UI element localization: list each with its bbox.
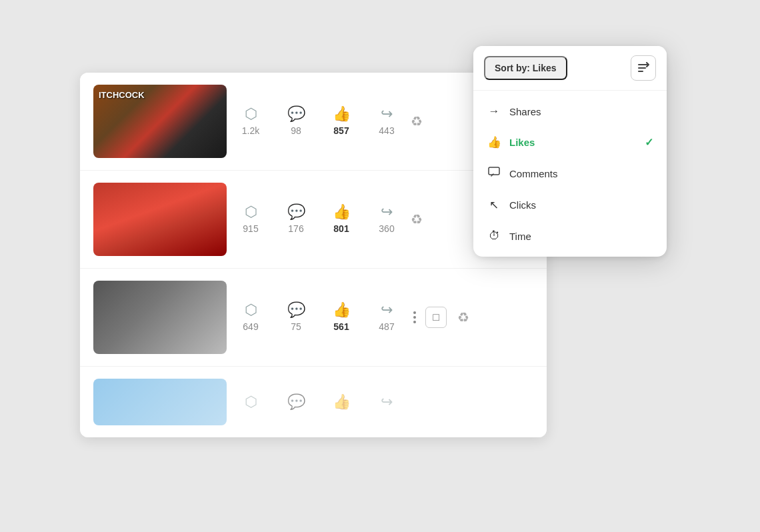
- list-row: ⬡ 649 💬 75 👍 561 ↪ 487: [80, 269, 547, 367]
- likes-icon: 👍: [333, 303, 351, 317]
- shares-menu-icon: →: [487, 105, 501, 118]
- comments-value: 75: [291, 321, 301, 332]
- likes-value: 561: [333, 321, 349, 332]
- stat-clicks: ⬡ 649: [237, 303, 264, 332]
- comments-menu-label: Comments: [509, 168, 653, 179]
- comments-icon: 💬: [287, 395, 305, 409]
- shares-value: 487: [379, 321, 394, 332]
- shares-icon: ↪: [381, 205, 393, 219]
- time-menu-label: Time: [509, 231, 653, 242]
- stat-shares: ↪ 443: [373, 107, 400, 136]
- clicks-menu-label: Clicks: [509, 199, 653, 211]
- thumbnail: ITCHCOCK: [93, 85, 227, 158]
- stat-clicks: ⬡: [237, 395, 264, 409]
- menu-item-comments[interactable]: Comments: [473, 158, 667, 189]
- comments-icon: 💬: [287, 205, 305, 219]
- menu-item-likes[interactable]: 👍 Likes ✓: [473, 127, 667, 158]
- clicks-icon: ⬡: [245, 107, 257, 121]
- clicks-value: 915: [243, 223, 258, 234]
- thumbnail: [93, 281, 227, 354]
- svg-rect-3: [489, 167, 499, 175]
- recycle-icon[interactable]: ♻: [457, 309, 469, 325]
- comments-icon: 💬: [287, 107, 305, 121]
- recycle-icon[interactable]: ♻: [411, 113, 423, 129]
- stat-shares: ↪: [373, 395, 400, 409]
- comments-value: 98: [291, 125, 301, 136]
- stat-comments: 💬 176: [283, 205, 309, 234]
- clicks-menu-icon: ↖: [487, 198, 501, 212]
- comments-value: 176: [288, 223, 303, 234]
- check-icon: ✓: [645, 136, 653, 149]
- likes-value: 801: [333, 223, 349, 234]
- thumb-title: ITCHCOCK: [99, 90, 145, 100]
- sort-order-button[interactable]: [631, 55, 656, 81]
- stat-comments: 💬 98: [283, 107, 309, 136]
- dropdown-menu: → Shares 👍 Likes ✓ Comments: [473, 91, 667, 257]
- stat-clicks: ⬡ 915: [237, 205, 264, 234]
- stat-likes: 👍 561: [328, 303, 355, 332]
- recycle-icon[interactable]: ♻: [411, 211, 423, 227]
- likes-icon: 👍: [333, 107, 351, 121]
- comment-icon: [488, 167, 500, 177]
- stat-comments: 💬: [283, 395, 309, 409]
- likes-icon: 👍: [333, 395, 351, 409]
- menu-item-time[interactable]: ⏱ Time: [473, 221, 667, 251]
- square-icon: □: [433, 311, 439, 323]
- time-menu-icon: ⏱: [487, 229, 501, 243]
- comments-icon: 💬: [287, 303, 305, 317]
- stats-group: ⬡ 💬 👍 ↪: [237, 395, 400, 409]
- stat-shares: ↪ 487: [373, 303, 400, 332]
- clicks-icon: ⬡: [245, 303, 257, 317]
- shares-menu-label: Shares: [509, 106, 653, 117]
- stat-likes: 👍 857: [328, 107, 355, 136]
- menu-item-shares[interactable]: → Shares: [473, 96, 667, 127]
- dot: [413, 311, 416, 314]
- shares-icon: ↪: [381, 395, 393, 409]
- shares-value: 360: [379, 223, 394, 234]
- dots-menu-button[interactable]: [411, 309, 419, 326]
- stats-group: ⬡ 649 💬 75 👍 561 ↪ 487: [237, 303, 400, 332]
- sort-by-button[interactable]: Sort by: Likes: [484, 56, 567, 80]
- thumbnail: [93, 183, 227, 256]
- stat-likes: 👍 801: [328, 205, 355, 234]
- clicks-value: 649: [243, 321, 258, 332]
- clicks-value: 1.2k: [242, 125, 259, 136]
- stats-group: ⬡ 915 💬 176 👍 801 ↪ 360: [237, 205, 400, 234]
- likes-menu-icon: 👍: [487, 135, 501, 149]
- stats-group: ⬡ 1.2k 💬 98 👍 857 ↪ 443: [237, 107, 400, 136]
- shares-icon: ↪: [381, 303, 393, 317]
- dropdown-header: Sort by: Likes: [473, 46, 667, 91]
- menu-item-clicks[interactable]: ↖ Clicks: [473, 189, 667, 221]
- stat-likes: 👍: [328, 395, 355, 409]
- comments-menu-icon: [487, 167, 501, 181]
- stat-shares: ↪ 360: [373, 205, 400, 234]
- sort-dropdown: Sort by: Likes → Shares 👍 Likes ✓: [473, 46, 667, 257]
- thumbnail: [93, 379, 227, 425]
- clicks-icon: ⬡: [245, 395, 257, 409]
- stat-comments: 💬 75: [283, 303, 309, 332]
- likes-value: 857: [333, 125, 349, 136]
- clicks-icon: ⬡: [245, 205, 257, 219]
- list-row: ⬡ 💬 👍 ↪: [80, 367, 547, 437]
- likes-menu-label: Likes: [509, 137, 637, 148]
- dot: [413, 321, 416, 323]
- shares-value: 443: [379, 125, 394, 136]
- dot: [413, 316, 416, 319]
- sort-order-icon: [637, 62, 650, 74]
- shares-icon: ↪: [381, 107, 393, 121]
- save-button[interactable]: □: [425, 307, 447, 328]
- stat-clicks: ⬡ 1.2k: [237, 107, 264, 136]
- likes-icon: 👍: [333, 205, 351, 219]
